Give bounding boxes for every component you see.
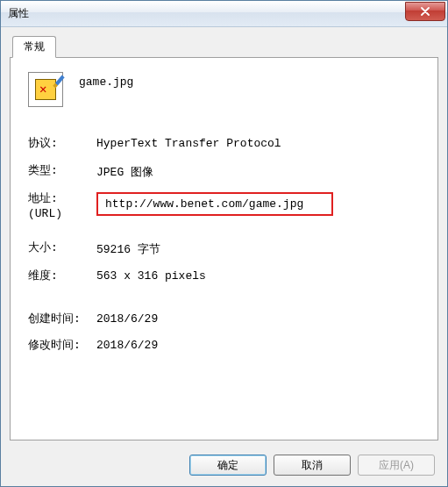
value-url: http://www.benet.com/game.jpg [105, 197, 303, 211]
label-modified: 修改时间: [28, 339, 96, 354]
row-protocol: 协议: HyperText Transfer Protocol [28, 137, 420, 152]
label-protocol: 协议: [28, 137, 96, 152]
ok-button[interactable]: 确定 [189, 455, 267, 476]
label-url-line2: (URL) [28, 207, 96, 222]
properties-dialog: 属性 常规 game.jpg 协议: HyperText Transfer Pr… [0, 0, 448, 487]
file-header: game.jpg [28, 72, 420, 107]
value-modified: 2018/6/29 [96, 339, 420, 352]
content-area: 常规 game.jpg 协议: HyperText Transfer Proto… [1, 27, 447, 446]
close-icon [420, 7, 430, 16]
cancel-button[interactable]: 取消 [274, 455, 351, 476]
ok-label: 确定 [217, 458, 238, 473]
value-protocol: HyperText Transfer Protocol [96, 137, 420, 150]
row-dimensions: 维度: 563 x 316 pixels [28, 269, 420, 284]
label-created: 创建时间: [28, 312, 96, 327]
row-type: 类型: JPEG 图像 [28, 164, 420, 180]
row-url: 地址: (URL) http://www.benet.com/game.jpg [28, 192, 420, 222]
label-url: 地址: (URL) [28, 192, 96, 222]
window-title: 属性 [8, 6, 29, 21]
button-row: 确定 取消 应用(A) [1, 446, 447, 486]
label-url-line1: 地址: [28, 192, 96, 207]
row-size: 大小: 59216 字节 [28, 241, 420, 257]
file-icon [28, 72, 63, 107]
value-created: 2018/6/29 [96, 312, 420, 326]
value-url-wrap: http://www.benet.com/game.jpg [96, 192, 420, 216]
url-highlight-box: http://www.benet.com/game.jpg [96, 192, 333, 216]
value-dimensions: 563 x 316 pixels [96, 269, 420, 283]
tab-panel: game.jpg 协议: HyperText Transfer Protocol… [10, 57, 438, 440]
label-type: 类型: [28, 164, 96, 179]
apply-button: 应用(A) [358, 455, 435, 476]
tab-general[interactable]: 常规 [12, 36, 56, 58]
titlebar: 属性 [1, 1, 447, 27]
pencil-icon [53, 75, 64, 89]
file-name: game.jpg [79, 75, 133, 89]
tab-strip: 常规 [10, 36, 438, 57]
tab-label: 常规 [24, 39, 45, 54]
label-dimensions: 维度: [28, 269, 96, 284]
close-button[interactable] [405, 2, 445, 21]
cancel-label: 取消 [302, 458, 323, 473]
value-size: 59216 字节 [96, 241, 420, 257]
row-created: 创建时间: 2018/6/29 [28, 312, 420, 327]
row-modified: 修改时间: 2018/6/29 [28, 339, 420, 354]
apply-label: 应用(A) [379, 458, 414, 473]
label-size: 大小: [28, 241, 96, 256]
value-type: JPEG 图像 [96, 164, 420, 180]
